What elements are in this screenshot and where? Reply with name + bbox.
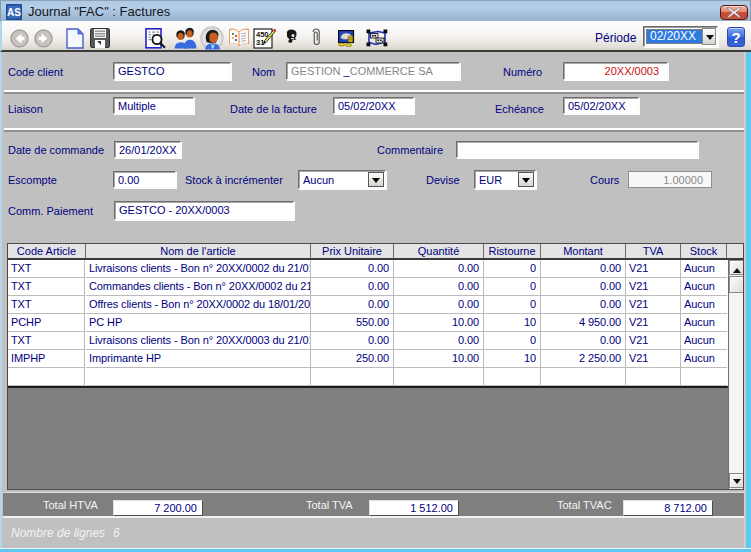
svg-text:AS: AS <box>7 7 21 18</box>
svg-text:31: 31 <box>256 38 264 47</box>
